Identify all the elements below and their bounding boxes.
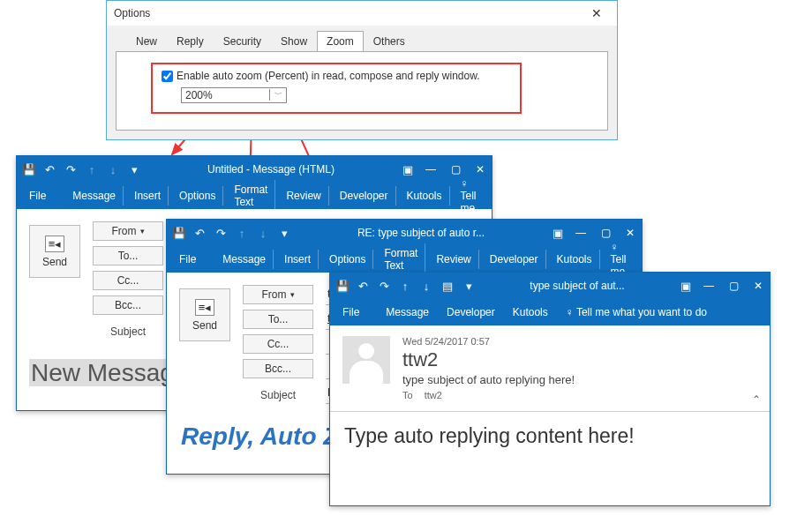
from-button[interactable]: From (93, 221, 163, 241)
ribbon: File Message Developer Kutools ♀ Tell me… (330, 299, 770, 325)
tell-me[interactable]: ♀ Tell me (454, 174, 486, 218)
message-body[interactable]: Type auto replying content here! (330, 412, 770, 460)
up-icon[interactable]: ↑ (236, 227, 248, 240)
titlebar: 💾 ↶ ↷ ↑ ↓ ▾ RE: type subject of auto r..… (167, 220, 642, 246)
ribbon-display-icon[interactable]: ▣ (552, 227, 564, 240)
send-icon: ≡◂ (45, 236, 65, 252)
ribbon-display-icon[interactable]: ▣ (402, 163, 414, 176)
undo-icon[interactable]: ↶ (193, 227, 206, 240)
undo-icon[interactable]: ↶ (43, 163, 56, 176)
tab-insert[interactable]: Insert (127, 186, 169, 206)
ribbon: File Message Insert Options Format Text … (167, 246, 642, 273)
redo-icon[interactable]: ↷ (64, 163, 77, 176)
down-icon[interactable]: ↓ (420, 280, 432, 293)
titlebar: 💾 ↶ ↷ ↑ ↓ ▤ ▾ type subject of aut... ▣ —… (330, 273, 770, 299)
subject-text: type subject of auto replying here! (402, 373, 575, 386)
qat-dropdown-icon[interactable]: ▾ (278, 227, 290, 240)
tab-formattext[interactable]: Format Text (227, 180, 275, 212)
subject-label: Subject (243, 389, 313, 401)
titlebar: 💾 ↶ ↷ ↑ ↓ ▾ Untitled - Message (HTML) ▣ … (17, 156, 492, 183)
tab-kutools[interactable]: Kutools (400, 186, 450, 206)
save-icon[interactable]: 💾 (335, 280, 348, 293)
zoom-percent-select[interactable]: 200% ﹀ (181, 87, 287, 103)
move-icon[interactable]: ▤ (441, 280, 454, 293)
tab-file[interactable]: File (335, 303, 375, 322)
tab-formattext[interactable]: Format Text (377, 243, 425, 275)
up-icon[interactable]: ↑ (399, 280, 411, 293)
tab-security[interactable]: Security (214, 31, 271, 51)
tab-developer[interactable]: Developer (333, 186, 396, 206)
down-icon[interactable]: ↓ (107, 163, 119, 176)
subject-label: Subject (93, 325, 163, 338)
dialog-title: Options (114, 7, 150, 19)
window-title: type subject of aut... (485, 280, 669, 292)
tab-file[interactable]: File (172, 250, 212, 269)
tab-message[interactable]: Message (379, 303, 436, 322)
save-icon[interactable]: 💾 (172, 227, 184, 240)
close-icon[interactable]: ✕ (583, 6, 610, 20)
cc-button[interactable]: Cc... (243, 334, 313, 354)
chevron-down-icon: ﹀ (269, 89, 282, 101)
maximize-icon[interactable]: ▢ (727, 280, 740, 292)
options-tabs: New Reply Security Show Zoom Others (126, 31, 608, 51)
redo-icon[interactable]: ↷ (378, 280, 390, 293)
tell-me[interactable]: ♀ Tell me what you want to do (559, 303, 714, 322)
tab-kutools[interactable]: Kutools (550, 250, 600, 269)
received-date: Wed 5/24/2017 0:57 (402, 336, 575, 347)
tab-show[interactable]: Show (271, 31, 317, 51)
tab-review[interactable]: Review (279, 186, 328, 206)
tab-new[interactable]: New (126, 31, 167, 51)
message-body-preview[interactable]: Reply, Auto Z (179, 423, 340, 450)
tab-options[interactable]: Options (172, 186, 223, 206)
qat-dropdown-icon[interactable]: ▾ (462, 280, 475, 293)
tab-options[interactable]: Options (322, 250, 373, 269)
tab-zoom[interactable]: Zoom (317, 31, 364, 51)
tab-developer[interactable]: Developer (483, 250, 546, 269)
to-button[interactable]: To... (243, 310, 313, 329)
highlight-box: Enable auto zoom (Percent) in read, comp… (151, 63, 522, 114)
minimize-icon[interactable]: — (575, 227, 587, 239)
minimize-icon[interactable]: — (703, 280, 715, 292)
tab-reply[interactable]: Reply (167, 31, 214, 51)
tab-kutools[interactable]: Kutools (506, 303, 555, 322)
ribbon: File Message Insert Options Format Text … (17, 183, 492, 209)
window-title: Untitled - Message (HTML) (151, 163, 391, 176)
ribbon-display-icon[interactable]: ▣ (680, 280, 692, 293)
tab-message[interactable]: Message (65, 186, 124, 206)
cc-button[interactable]: Cc... (93, 271, 163, 290)
qat-dropdown-icon[interactable]: ▾ (128, 163, 140, 176)
tab-message[interactable]: Message (215, 250, 274, 269)
tab-others[interactable]: Others (364, 31, 415, 51)
send-icon: ≡◂ (195, 299, 215, 316)
to-button[interactable]: To... (93, 246, 163, 265)
close-icon[interactable]: ✕ (752, 280, 764, 292)
message-header: Wed 5/24/2017 0:57 ttw2 type subject of … (330, 325, 770, 412)
enable-auto-zoom-checkbox[interactable] (162, 71, 173, 82)
minimize-icon[interactable]: — (425, 163, 437, 176)
bcc-button[interactable]: Bcc... (243, 359, 313, 378)
options-zoom-page: Enable auto zoom (Percent) in read, comp… (116, 51, 608, 131)
enable-auto-zoom-label: Enable auto zoom (Percent) in read, comp… (177, 70, 480, 82)
window-title: RE: type subject of auto r... (301, 227, 541, 239)
tab-file[interactable]: File (22, 186, 62, 206)
save-icon[interactable]: 💾 (22, 163, 34, 176)
tab-review[interactable]: Review (429, 250, 478, 269)
tab-insert[interactable]: Insert (277, 250, 319, 269)
collapse-header-icon[interactable]: ⌃ (752, 393, 761, 406)
up-icon[interactable]: ↑ (86, 163, 98, 176)
from-button[interactable]: From (243, 285, 313, 304)
down-icon[interactable]: ↓ (257, 227, 269, 240)
send-button[interactable]: ≡◂ Send (179, 288, 230, 341)
read-message-window: 💾 ↶ ↷ ↑ ↓ ▤ ▾ type subject of aut... ▣ —… (329, 272, 771, 506)
tab-developer[interactable]: Developer (440, 303, 502, 322)
to-label: To (402, 390, 413, 400)
redo-icon[interactable]: ↷ (214, 227, 227, 240)
options-dialog: Options ✕ New Reply Security Show Zoom O… (106, 0, 618, 140)
to-value: ttw2 (425, 390, 442, 400)
undo-icon[interactable]: ↶ (357, 280, 369, 293)
avatar (342, 336, 390, 384)
send-button[interactable]: ≡◂ Send (29, 225, 80, 278)
bcc-button[interactable]: Bcc... (93, 295, 163, 315)
from-name: ttw2 (402, 348, 575, 371)
